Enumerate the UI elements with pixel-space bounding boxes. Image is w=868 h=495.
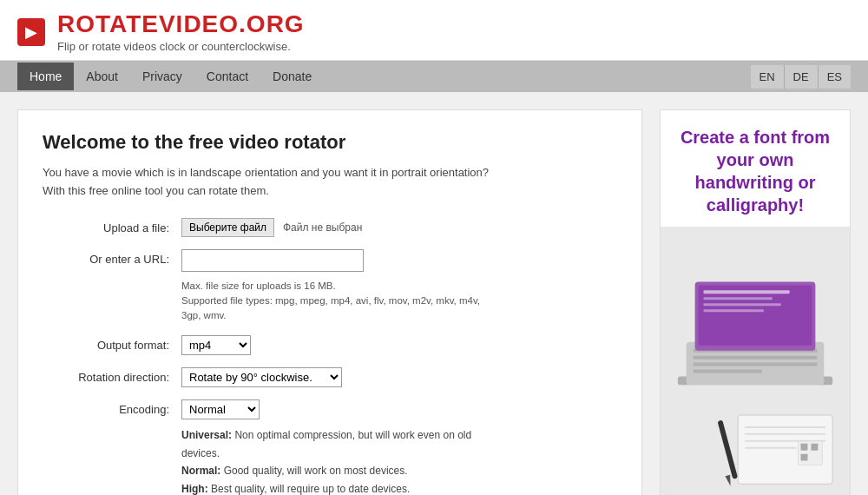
svg-rect-20 [801,454,808,461]
file-choose-button[interactable]: Выберите файл [181,218,274,237]
url-input[interactable] [181,249,364,272]
svg-marker-22 [725,475,733,487]
welcome-title: Welcome to the free video rotator [43,131,617,154]
svg-rect-18 [801,444,808,451]
ad-illustration [661,227,850,495]
universal-label: Universal: [181,429,232,441]
rotation-row: Rotation direction: Rotate by 90° clockw… [43,367,617,387]
encoding-hints: Universal: Non optimal compression, but … [181,426,494,495]
welcome-line1: You have a movie which is in landscape o… [43,166,489,179]
hint-text: Max. file size for uploads is 16 MB. Sup… [181,279,494,324]
main-content: Welcome to the free video rotator You ha… [0,92,868,495]
svg-rect-5 [694,370,762,373]
high-desc: Best quality, will require up to date de… [211,483,410,495]
tagline: Flip or rotate videos clock or countercl… [57,40,305,53]
svg-rect-9 [704,297,773,300]
lang-es[interactable]: ES [819,65,851,89]
output-format-label: Output format: [43,335,181,352]
nav-contact[interactable]: Contact [194,63,260,90]
url-control: Max. file size for uploads is 16 MB. Sup… [181,249,494,324]
encoding-label: Encoding: [43,399,181,416]
ad-image [661,227,850,495]
file-no-chosen-label: Файл не выбран [283,221,362,234]
nav-bar: Home About Privacy Contact Donate EN DE … [0,61,868,92]
language-group: EN DE ES [751,65,851,89]
nav-privacy[interactable]: Privacy [130,63,194,90]
svg-rect-10 [704,303,781,306]
rotation-label: Rotation direction: [43,367,181,384]
content-area: Welcome to the free video rotator You ha… [17,109,642,495]
lang-en[interactable]: EN [751,65,784,89]
output-format-control: mp4 avi mov mkv [181,335,251,355]
svg-rect-4 [694,363,818,366]
rotation-select[interactable]: Rotate by 90° clockwise. Rotate by 90° c… [181,367,342,387]
nav-donate[interactable]: Donate [260,63,324,90]
header: ROTATEVIDEO.ORG Flip or rotate videos cl… [0,0,868,61]
lang-de[interactable]: DE [785,65,818,89]
rotation-control: Rotate by 90° clockwise. Rotate by 90° c… [181,367,342,387]
output-format-select[interactable]: mp4 avi mov mkv [181,335,251,355]
svg-rect-11 [704,309,764,312]
upload-control: Выберите файл Файл не выбран [181,218,362,237]
svg-rect-16 [745,447,796,449]
svg-rect-7 [699,285,812,345]
file-input-group: Выберите файл Файл не выбран [181,218,362,237]
welcome-description: You have a movie which is in landscape o… [43,164,617,201]
svg-rect-8 [704,290,790,294]
ad-area: Create a font from your own handwriting … [660,109,851,495]
normal-desc: Good quality, will work on most devices. [224,465,408,477]
logo-text: ROTATEVIDEO.ORG [57,10,305,38]
nav-home[interactable]: Home [17,63,74,90]
upload-label: Upload a file: [43,218,181,234]
svg-rect-13 [745,426,825,428]
high-label: High: [181,483,208,495]
encoding-control: Universal Normal High Universal: Non opt… [181,399,494,495]
svg-rect-3 [694,356,818,360]
encoding-select[interactable]: Universal Normal High [181,399,260,419]
output-format-row: Output format: mp4 avi mov mkv [43,335,617,355]
encoding-row: Encoding: Universal Normal High Universa… [43,399,617,495]
welcome-line2: With this free online tool you can rotat… [43,184,269,197]
url-row: Or enter a URL: Max. file size for uploa… [43,249,617,324]
nav-about[interactable]: About [74,63,130,90]
logo-icon [17,18,45,46]
upload-row: Upload a file: Выберите файл Файл не выб… [43,218,617,237]
svg-rect-21 [717,419,738,479]
svg-rect-14 [745,433,825,435]
svg-rect-19 [811,444,818,451]
url-label: Or enter a URL: [43,249,181,266]
ad-headline: Create a font from your own handwriting … [661,110,850,227]
normal-label: Normal: [181,465,220,477]
